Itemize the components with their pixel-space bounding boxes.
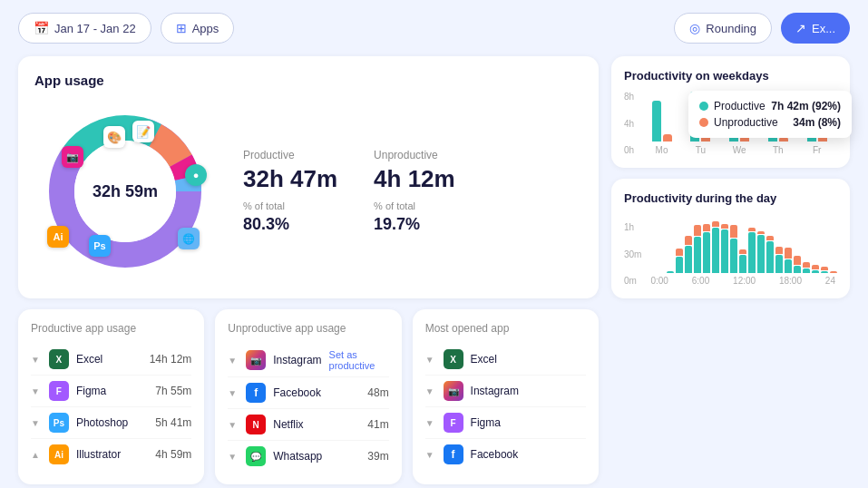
- chevron-icon: ▼: [228, 388, 237, 398]
- donut-chart: 📝 🎨 📷 Ai Ps 🌐 ● 32h 59m: [34, 101, 216, 282]
- tooltip-productive-row: Productive 7h 42m (92%): [699, 100, 841, 112]
- figma-name: Figma: [471, 416, 586, 429]
- header-right: ◎ Rounding ↗ Ex...: [674, 13, 850, 44]
- facebook-time: 48m: [367, 386, 388, 399]
- illustrator-donut-icon: Ai: [47, 226, 69, 248]
- chevron-icon: ▼: [425, 450, 434, 460]
- header: 📅 Jan 17 - Jan 22 ⊞ Apps ◎ Rounding ↗ Ex…: [0, 0, 868, 56]
- instagram-name: Instagram: [471, 385, 586, 397]
- productive-apps-list: ▼ X Excel 14h 12m ▼ F Figma 7h 55m ▼ Ps: [31, 344, 191, 470]
- grid-icon: ⊞: [176, 21, 187, 35]
- figma-donut-icon: 🎨: [103, 126, 125, 148]
- weekday-chart-title: Productivity on weekdays: [624, 69, 837, 83]
- unproductive-stat: Unproductive 4h 12m % of total 19.7%: [374, 149, 455, 234]
- figma-name: Figma: [76, 385, 148, 397]
- instagram-icon: 📷: [444, 381, 463, 401]
- x-18: 18:00: [779, 276, 802, 286]
- donut-total-time: 32h 59m: [93, 182, 158, 201]
- bottom-cards: Productive app usage ▼ X Excel 14h 12m ▼…: [18, 309, 599, 484]
- excel-name: Excel: [76, 353, 142, 366]
- facebook-icon: f: [246, 383, 266, 403]
- instagram-icon: 📷: [246, 350, 266, 370]
- chevron-icon: ▼: [31, 355, 40, 365]
- illustrator-time: 4h 59m: [155, 448, 191, 461]
- notion-icon: 📝: [132, 121, 154, 142]
- figma-icon: F: [444, 413, 463, 433]
- rounding-icon: ◎: [689, 21, 700, 35]
- x-0: 0:00: [650, 276, 668, 286]
- productive-time: 32h 47m: [243, 165, 337, 193]
- productive-pct: 80.3%: [243, 215, 337, 234]
- set-productive-button[interactable]: Set as productive: [329, 349, 389, 371]
- weekday-chart-card: Productivity on weekdays Productive 7h 4…: [611, 56, 850, 168]
- unproductive-dot: [699, 118, 708, 127]
- main-content: App usage: [0, 56, 868, 488]
- tooltip-unproductive-value: 34m (8%): [793, 116, 841, 129]
- photoshop-name: Photoshop: [76, 416, 148, 429]
- day-chart-card: Productivity during the day 1h 30m 0m 0:…: [611, 179, 850, 298]
- unproductive-apps-list: ▼ 📷 Instagram Set as productive ▼ f Face…: [228, 344, 388, 472]
- chevron-icon: ▼: [425, 386, 434, 396]
- export-icon: ↗: [795, 21, 806, 35]
- y-label-4h: 4h: [624, 119, 634, 129]
- productive-label: Productive: [243, 149, 337, 161]
- unproductive-apps-title: Unproductive app usage: [228, 322, 388, 335]
- app-usage-card: App usage: [18, 56, 599, 298]
- x-12: 12:00: [733, 276, 756, 286]
- instagram-name: Instagram: [273, 354, 321, 366]
- unproductive-time: 4h 12m: [374, 165, 455, 193]
- teal-donut-icon: ●: [185, 164, 207, 186]
- header-left: 📅 Jan 17 - Jan 22 ⊞ Apps: [18, 13, 234, 44]
- chevron-icon: ▼: [31, 386, 40, 396]
- list-item: ▼ 💬 Whatsapp 39m: [228, 441, 388, 472]
- list-item: ▼ 📷 Instagram Set as productive: [228, 344, 388, 377]
- unproductive-pct-label: % of total: [374, 200, 455, 211]
- tu-label: Tu: [696, 145, 706, 155]
- list-item: ▼ F Figma 7h 55m: [31, 376, 191, 407]
- y-label-8h: 8h: [624, 92, 634, 102]
- chevron-icon: ▼: [425, 418, 434, 428]
- fr-label: Fr: [813, 145, 821, 155]
- mo-unproductive-bar: [663, 134, 672, 142]
- photoshop-icon: Ps: [49, 413, 69, 433]
- app-usage-body: 📝 🎨 📷 Ai Ps 🌐 ● 32h 59m Productive 32h: [34, 101, 582, 282]
- date-range-button[interactable]: 📅 Jan 17 - Jan 22: [18, 13, 151, 44]
- tooltip-unproductive-row: Unproductive 34m (8%): [699, 116, 841, 129]
- x-6: 6:00: [692, 276, 709, 286]
- mo-label: Mo: [656, 145, 668, 155]
- productive-apps-card: Productive app usage ▼ X Excel 14h 12m ▼…: [18, 309, 204, 484]
- y-label-0h: 0h: [624, 145, 634, 155]
- rounding-button[interactable]: ◎ Rounding: [674, 13, 772, 44]
- y-1h: 1h: [624, 222, 641, 232]
- list-item: ▼ X Excel: [425, 344, 586, 376]
- day-bars-container: 0:00 6:00 12:00 18:00 24: [649, 214, 837, 286]
- productive-pct-label: % of total: [243, 200, 337, 211]
- whatsapp-name: Whatsapp: [273, 450, 360, 463]
- illustrator-name: Illustrator: [76, 448, 148, 461]
- list-item: ▼ X Excel 14h 12m: [31, 344, 191, 376]
- chevron-icon: ▲: [31, 450, 40, 460]
- unproductive-pct: 19.7%: [374, 215, 455, 234]
- day-chart-title: Productivity during the day: [624, 191, 837, 205]
- chevron-icon: ▼: [31, 418, 40, 428]
- export-button[interactable]: ↗ Ex...: [781, 13, 850, 44]
- netflix-icon: N: [246, 415, 266, 434]
- rounding-label: Rounding: [706, 22, 756, 35]
- tooltip-productive-value: 7h 42m (92%): [771, 100, 841, 112]
- figma-icon: F: [49, 381, 69, 401]
- netflix-name: Netflix: [273, 418, 360, 431]
- whatsapp-time: 39m: [367, 450, 388, 463]
- chart-tooltip: Productive 7h 42m (92%) Unproductive 34m…: [688, 91, 852, 138]
- calendar-icon: 📅: [34, 21, 49, 35]
- y-axis-labels: 8h 4h 0h: [624, 92, 638, 155]
- bar-pair-mo: [652, 87, 672, 142]
- day-chart-row: 1h 30m 0m 0:00 6:00 12:00 18:00 24: [624, 214, 837, 286]
- excel-icon: X: [444, 349, 463, 369]
- list-item: ▼ f Facebook: [425, 439, 586, 470]
- apps-button[interactable]: ⊞ Apps: [161, 13, 235, 44]
- chevron-icon: ▼: [228, 420, 237, 430]
- netflix-time: 41m: [367, 418, 388, 431]
- excel-name: Excel: [471, 353, 586, 366]
- excel-time: 14h 12m: [150, 353, 192, 366]
- figma-time: 7h 55m: [155, 385, 191, 397]
